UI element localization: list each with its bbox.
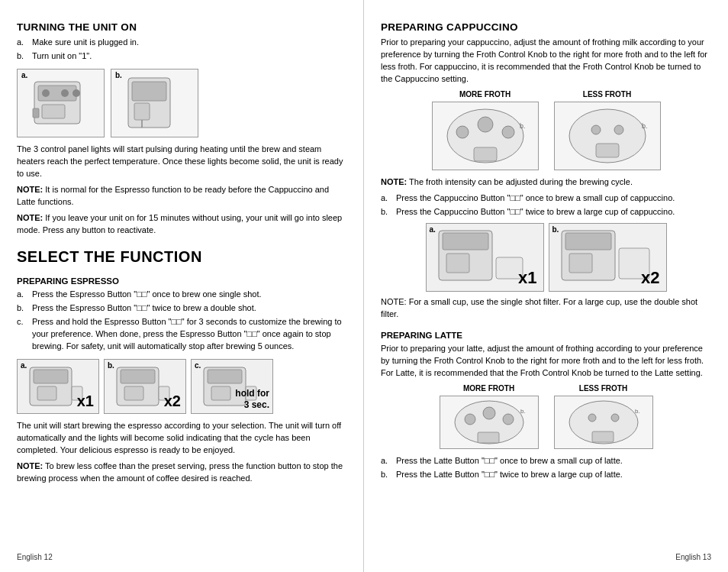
svg-text:b.: b. — [520, 408, 526, 415]
latte-more-froth-label: MORE FROTH — [463, 384, 514, 393]
esp-image-a: a. x1 — [17, 359, 99, 414]
less-froth-image: b. — [554, 102, 661, 170]
turning-on-text-b: Turn unit on "1". — [32, 50, 92, 63]
select-function-title: SELECT THE FUNCTION — [17, 248, 346, 266]
svg-rect-16 — [121, 370, 155, 383]
esp-img-label-c: c. — [195, 361, 201, 370]
esp-image-c: c. hold for3 sec. — [191, 359, 273, 414]
svg-rect-6 — [33, 108, 39, 118]
capp-brew-overlay-b: x2 — [641, 268, 659, 288]
turning-on-label-b: b. — [17, 50, 32, 63]
svg-rect-51 — [592, 431, 614, 442]
esp-text-c: Press and hold the Espresso Button "□□" … — [32, 316, 346, 353]
capp-brew-image-a: a. x1 — [426, 223, 544, 292]
espresso-item-a: a. Press the Espresso Button "□□" once t… — [17, 289, 346, 301]
latte-less-froth-label: LESS FROTH — [579, 384, 627, 393]
latte-froth-row: MORE FROTH b. LESS FROTH — [381, 384, 711, 449]
svg-rect-40 — [569, 254, 592, 273]
latte-label-b: b. — [381, 469, 396, 481]
esp-overlay-b: x2 — [164, 393, 181, 410]
latte-text-b: Press the Latte Button "□□" twice to bre… — [396, 469, 623, 481]
turning-on-section: TURNING THE UNIT ON a. Make sure unit is… — [17, 21, 346, 236]
page: TURNING THE UNIT ON a. Make sure unit is… — [0, 0, 728, 572]
machine-illustration-a — [27, 74, 95, 131]
svg-text:b.: b. — [642, 122, 648, 130]
svg-point-3 — [61, 89, 69, 97]
latte-more-froth-col: MORE FROTH b. — [440, 384, 539, 449]
svg-text:b.: b. — [520, 122, 526, 130]
esp-text-a: Press the Espresso Button "□□" once to b… — [32, 289, 262, 301]
turning-on-label-a: a. — [17, 37, 32, 49]
capp-note-text: The froth intensity can be adjusted duri… — [409, 177, 633, 186]
latte-less-froth-col: LESS FROTH b. — [554, 384, 653, 449]
latte-label-a: a. — [381, 455, 396, 467]
capp-item-b: b. Press the Cappuccino Button "□□" twic… — [381, 206, 711, 218]
svg-point-30 — [591, 125, 601, 134]
svg-rect-21 — [211, 386, 230, 400]
svg-rect-17 — [124, 386, 143, 400]
espresso-note: NOTE: To brew less coffee than the prese… — [17, 461, 346, 485]
more-froth-image: b. — [432, 102, 539, 170]
more-froth-svg: b. — [440, 105, 531, 166]
svg-rect-35 — [443, 233, 488, 250]
capp-brew-label-a: a. — [430, 225, 436, 234]
latte-section: PREPARING LATTE Prior to preparing your … — [381, 331, 711, 481]
turning-on-image-b: b. — [111, 69, 198, 137]
capp-item-a: a. Press the Cappuccino Button "□□" once… — [381, 192, 711, 205]
latte-less-froth-svg: b. — [562, 398, 646, 448]
espresso-item-b: b. Press the Espresso Button "□□" twice … — [17, 302, 346, 315]
esp-note-bold: NOTE: — [17, 461, 43, 470]
latte-item-a: a. Press the Latte Button "□□" once to b… — [381, 455, 711, 467]
capp-note1: NOTE: The froth intensity can be adjuste… — [381, 176, 711, 189]
froth-row: MORE FROTH b. LESS FROTH — [381, 90, 711, 170]
esp-img-label-a: a. — [21, 361, 27, 370]
turning-on-item-b: b. Turn unit on "1". — [17, 50, 346, 63]
image-b-label: b. — [115, 71, 122, 79]
svg-point-49 — [588, 414, 596, 422]
svg-rect-9 — [134, 103, 150, 120]
latte-title: PREPARING LATTE — [381, 331, 711, 340]
capp-label-a: a. — [381, 192, 396, 205]
footer-right: English 13 — [675, 553, 711, 561]
svg-point-4 — [72, 89, 80, 97]
note1-text: It is normal for the Espresso function t… — [17, 185, 329, 206]
latte-body: Prior to preparing your latte, adjust th… — [381, 343, 711, 380]
esp-img-label-b: b. — [108, 361, 114, 370]
latte-more-froth-image: b. — [440, 396, 539, 449]
note1-bold: NOTE: — [17, 185, 43, 194]
capp-label-b: b. — [381, 206, 396, 218]
svg-point-24 — [456, 126, 469, 138]
svg-rect-12 — [34, 370, 68, 383]
footer-left: English 12 — [17, 553, 53, 561]
less-froth-col: LESS FROTH b. — [554, 90, 661, 170]
select-function-section: SELECT THE FUNCTION PREPARING ESPRESSO a… — [17, 248, 346, 484]
svg-point-26 — [502, 126, 514, 138]
espresso-item-c: c. Press and hold the Espresso Button "□… — [17, 316, 346, 353]
latte-text-a: Press the Latte Button "□□" once to brew… — [396, 455, 623, 467]
turning-on-image-a: a. — [17, 69, 105, 137]
svg-rect-13 — [37, 386, 56, 400]
cappuccino-section: PREPARING CAPPUCCINO Prior to preparing … — [381, 21, 711, 320]
svg-rect-46 — [478, 432, 499, 443]
turning-on-images: a. b. — [17, 69, 346, 137]
esp-note-text: To brew less coffee than the preset serv… — [17, 461, 343, 483]
svg-point-45 — [503, 414, 514, 425]
svg-point-2 — [42, 89, 50, 97]
svg-point-44 — [483, 407, 495, 419]
more-froth-label: MORE FROTH — [459, 90, 511, 99]
svg-rect-8 — [132, 82, 166, 101]
left-column: TURNING THE UNIT ON a. Make sure unit is… — [0, 0, 364, 572]
turning-on-note1: NOTE: It is normal for the Espresso func… — [17, 184, 346, 208]
esp-overlay-a: x1 — [77, 393, 94, 410]
svg-rect-32 — [596, 144, 619, 157]
svg-rect-27 — [474, 147, 497, 161]
esp-image-b: b. x2 — [104, 359, 186, 414]
note2-text: If you leave your unit on for 15 minutes… — [17, 213, 342, 234]
image-a-label: a. — [21, 71, 27, 79]
cappuccino-title: PREPARING CAPPUCCINO — [381, 21, 711, 33]
less-froth-svg: b. — [562, 105, 653, 166]
turning-on-item-a: a. Make sure unit is plugged in. — [17, 37, 346, 49]
esp-label-c: c. — [17, 316, 32, 353]
capp-brew-label-b: b. — [552, 225, 559, 234]
svg-rect-5 — [42, 105, 65, 118]
